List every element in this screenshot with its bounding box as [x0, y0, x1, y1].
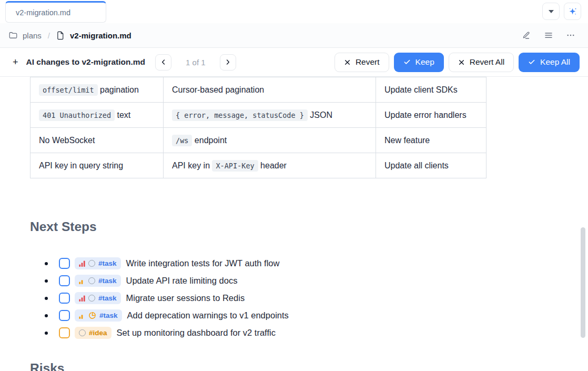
cell-text: API key in query string: [39, 161, 123, 170]
chevron-left-icon: [160, 58, 167, 66]
tag-label[interactable]: #idea: [89, 329, 107, 337]
priority-bars-icon: [79, 277, 85, 285]
cell-text: JSON: [308, 111, 332, 119]
tab-bar-actions: [542, 3, 581, 20]
app-window: v2-migration.md pl: [0, 0, 588, 371]
keep-button[interactable]: Keep: [394, 53, 444, 72]
table-cell: /ws endpoint: [164, 128, 376, 153]
tag-label[interactable]: #task: [99, 312, 118, 319]
table-cell: API key in query string: [31, 153, 164, 178]
breadcrumb-filename: v2-migration.md: [70, 31, 131, 40]
tag-label[interactable]: #task: [98, 294, 117, 302]
keep-all-label: Keep All: [540, 57, 570, 67]
cell-text: No WebSocket: [39, 136, 95, 145]
tab-bar: v2-migration.md: [0, 0, 588, 23]
table-cell: New feature: [376, 128, 486, 153]
tab-v2-migration[interactable]: v2-migration.md: [5, 1, 106, 23]
keep-all-button[interactable]: Keep All: [519, 53, 580, 72]
progress-pie-icon: [88, 312, 96, 319]
x-icon: [344, 59, 351, 66]
checklist-item-text: Write integration tests for JWT auth flo…: [126, 258, 280, 268]
tag-label[interactable]: #task: [98, 277, 117, 285]
table-cell: API key in X-API-Key header: [164, 153, 376, 178]
status-circle-icon: [88, 277, 95, 284]
table-cell: Update error handlers: [376, 103, 486, 128]
more-options-icon[interactable]: [566, 31, 575, 40]
status-circle-icon: [79, 329, 86, 336]
task-checkbox[interactable]: [59, 327, 70, 338]
priority-bars-icon: [79, 260, 85, 267]
plus-icon: +: [13, 57, 18, 68]
inline-code: { error, message, statusCode }: [172, 109, 308, 121]
checklist-item-text: Set up monitoring dashboard for v2 traff…: [117, 328, 276, 338]
tag-pill: #task: [75, 257, 121, 269]
inline-code: X-API-Key: [212, 160, 258, 172]
tag-pill: #idea: [75, 327, 111, 339]
inline-code: 401 Unauthorized: [39, 109, 115, 121]
revert-button[interactable]: Revert: [334, 53, 389, 72]
tag-pill: #task: [75, 292, 121, 304]
ai-new-tab-button[interactable]: [564, 3, 581, 20]
cell-text: text: [115, 111, 130, 119]
cell-text: pagination: [98, 85, 139, 94]
revert-all-label: Revert All: [470, 57, 504, 67]
table-row: offset/limit paginationCursor-based pagi…: [31, 77, 486, 103]
tab-label: v2-migration.md: [16, 8, 70, 17]
cell-text: New feature: [384, 136, 430, 145]
tag-label[interactable]: #task: [98, 259, 117, 267]
checklist-item-text: Migrate user sessions to Redis: [126, 293, 245, 303]
check-icon: [403, 58, 411, 66]
cell-text: Update error handlers: [384, 111, 467, 119]
chevron-down-icon: [549, 10, 554, 13]
menu-icon[interactable]: [544, 31, 553, 40]
ai-changes-bar: + AI changes to v2-migration.md 1 of 1 R…: [0, 48, 588, 77]
inline-code: offset/limit: [39, 84, 98, 96]
list-bullet: [45, 314, 48, 317]
breadcrumb-separator: /: [48, 31, 50, 40]
checklist-item: #taskMigrate user sessions to Redis: [30, 289, 588, 307]
check-icon: [528, 58, 535, 66]
table-cell: Update all clients: [376, 153, 486, 178]
task-checkbox[interactable]: [59, 293, 70, 304]
list-bullet: [45, 262, 48, 265]
list-bullet: [45, 279, 48, 283]
table-cell: No WebSocket: [31, 128, 164, 153]
x-icon: [458, 59, 465, 66]
priority-bars-icon: [79, 295, 85, 302]
cell-text: Cursor-based pagination: [172, 85, 264, 94]
table-cell: 401 Unauthorized text: [31, 103, 164, 128]
tab-list-dropdown-button[interactable]: [542, 3, 560, 20]
migration-table-body: offset/limit paginationCursor-based pagi…: [31, 77, 486, 178]
cell-text: API key in: [172, 161, 212, 170]
revert-all-button[interactable]: Revert All: [449, 53, 514, 72]
status-circle-icon: [88, 260, 95, 267]
checklist-item: #taskAdd deprecation warnings to v1 endp…: [30, 307, 588, 324]
chevron-right-icon: [224, 58, 231, 66]
scrollbar-thumb[interactable]: [581, 227, 585, 338]
priority-bars-icon: [79, 312, 85, 319]
folder-icon: [8, 31, 18, 40]
cell-text: Update all clients: [384, 161, 449, 170]
table-row: No WebSocket/ws endpointNew feature: [31, 128, 486, 153]
table-cell: { error, message, statusCode } JSON: [164, 103, 376, 128]
cell-text: endpoint: [192, 136, 227, 145]
breadcrumb: plans / v2-migration.md: [8, 31, 131, 40]
ai-changes-title: AI changes to v2-migration.md: [26, 57, 146, 67]
checklist-item: #ideaSet up monitoring dashboard for v2 …: [30, 324, 588, 342]
edit-mode-icon[interactable]: [522, 31, 531, 40]
ai-changes-actions: Revert Keep Revert All Keep All: [334, 53, 580, 72]
list-bullet: [45, 332, 48, 335]
note-content: offset/limit paginationCursor-based pagi…: [0, 77, 588, 371]
breadcrumb-folder[interactable]: plans: [23, 31, 42, 40]
checklist-item-text: Add deprecation warnings to v1 endpoints: [127, 310, 289, 320]
ai-sparkle-icon: [567, 6, 578, 17]
tag-pill: #task: [75, 275, 121, 287]
task-checkbox[interactable]: [59, 310, 70, 321]
task-checkbox[interactable]: [59, 275, 70, 286]
next-change-button[interactable]: [220, 54, 236, 71]
task-checkbox[interactable]: [59, 258, 70, 269]
change-counter: 1 of 1: [186, 58, 206, 67]
previous-change-button[interactable]: [155, 54, 171, 71]
checklist-item: #taskWrite integration tests for JWT aut…: [30, 255, 588, 272]
migration-table: offset/limit paginationCursor-based pagi…: [30, 77, 486, 178]
